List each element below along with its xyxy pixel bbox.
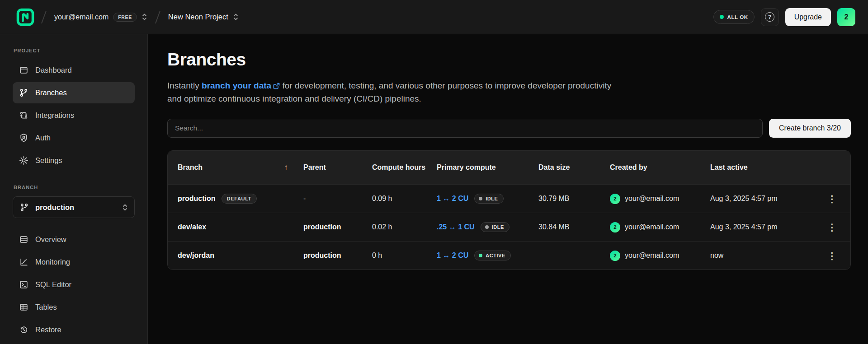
sidebar-item-label: Overview [35, 235, 66, 244]
data-size: 30.84 MB [538, 223, 610, 231]
sidebar-item-settings[interactable]: Settings [13, 150, 135, 171]
parent-branch: - [303, 195, 372, 203]
row-menu-button[interactable]: ⋮ [824, 249, 840, 262]
table-row[interactable]: dev/jordan production 0 h 1 ↔ 2 CU ACTIV… [168, 241, 850, 270]
row-menu-button[interactable]: ⋮ [824, 192, 840, 205]
compute-status-badge: IDLE [474, 194, 503, 204]
data-size: 30.79 MB [538, 195, 610, 203]
help-button[interactable]: ? [761, 8, 779, 26]
sidebar-item-dashboard[interactable]: Dashboard [13, 60, 135, 81]
gear-icon [19, 156, 28, 165]
integrations-icon [19, 111, 28, 120]
created-by-email: your@email.com [625, 251, 679, 260]
branch-your-data-link[interactable]: branch your data [202, 81, 280, 90]
git-branch-icon [19, 203, 29, 212]
column-header-primary-compute: Primary compute [437, 163, 538, 172]
sidebar-item-restore[interactable]: Restore [13, 319, 135, 340]
last-active: now [710, 251, 822, 260]
active-dot [479, 254, 482, 257]
status-ok-label: ALL OK [727, 14, 748, 20]
column-header-parent: Parent [303, 163, 372, 172]
sidebar-item-label: Branches [35, 88, 67, 97]
branch-name: dev/jordan [178, 251, 214, 260]
column-header-branch: Branch [178, 163, 203, 172]
compute-status-badge: ACTIVE [474, 251, 511, 260]
branch-name: production [178, 195, 216, 203]
idle-dot [479, 197, 482, 200]
dashboard-icon [19, 65, 28, 75]
table-row[interactable]: dev/alex production 0.02 h .25 ↔ 1 CU ID… [168, 213, 850, 241]
sidebar-item-label: Tables [35, 303, 57, 311]
tables-icon [19, 302, 28, 312]
project-section-title: PROJECT [0, 48, 147, 53]
neon-logo[interactable] [15, 7, 35, 27]
external-link-icon [273, 83, 280, 89]
sql-editor-icon [19, 280, 28, 289]
sidebar-item-branches[interactable]: Branches [13, 82, 135, 103]
table-header-row: Branch ↑ Parent Compute hours Primary co… [168, 151, 850, 184]
sidebar-item-label: Monitoring [35, 258, 70, 266]
sort-ascending-icon[interactable]: ↑ [284, 163, 288, 172]
sidebar-item-label: SQL Editor [35, 280, 71, 289]
created-by-email: your@email.com [625, 195, 679, 203]
question-mark-icon: ? [765, 12, 774, 22]
create-branch-button[interactable]: Create branch 3/20 [769, 119, 851, 138]
sidebar-item-monitoring[interactable]: Monitoring [13, 251, 135, 273]
git-branch-icon [19, 88, 28, 98]
primary-compute-link[interactable]: 1 ↔ 2 CU [437, 195, 468, 203]
auth-shield-icon [19, 133, 28, 143]
avatar: 2 [610, 251, 620, 261]
primary-compute-link[interactable]: .25 ↔ 1 CU [437, 223, 475, 231]
compute-hours: 0.09 h [372, 195, 437, 203]
notification-count-badge[interactable]: 2 [837, 8, 855, 26]
search-input[interactable] [167, 119, 763, 138]
sidebar: PROJECT Dashboard Branches [0, 34, 148, 344]
last-active: Aug 3, 2025 4:57 pm [710, 195, 822, 203]
sidebar-item-label: Integrations [35, 111, 74, 120]
chevron-updown-icon [233, 13, 239, 21]
chevron-updown-icon [142, 13, 147, 21]
system-status-pill[interactable]: ALL OK [713, 10, 755, 24]
sidebar-item-auth[interactable]: Auth [13, 127, 135, 149]
status-ok-dot [720, 15, 724, 19]
column-header-data-size: Data size [538, 163, 610, 172]
description-text: for development, testing, and various ot… [280, 81, 611, 90]
main-content: Branches Instantly branch your data for … [148, 34, 868, 344]
sidebar-item-label: Auth [35, 134, 51, 142]
top-header: your@email.com FREE New Neon Project ALL… [0, 0, 868, 34]
branch-name: dev/alex [178, 223, 206, 231]
primary-compute-link[interactable]: 1 ↔ 2 CU [437, 251, 468, 260]
description-text: Instantly [167, 81, 202, 90]
org-selector[interactable]: your@email.com FREE [52, 10, 149, 24]
page-title: Branches [167, 50, 851, 70]
project-selector[interactable]: New Neon Project [166, 10, 241, 24]
sidebar-item-integrations[interactable]: Integrations [13, 105, 135, 126]
restore-history-icon [19, 325, 28, 335]
idle-dot [485, 225, 489, 229]
last-active: Aug 3, 2025 4:57 pm [710, 223, 822, 231]
branches-table: Branch ↑ Parent Compute hours Primary co… [167, 150, 851, 270]
sidebar-item-label: Settings [35, 156, 62, 165]
plan-badge: FREE [113, 13, 137, 22]
avatar: 2 [610, 194, 620, 204]
sidebar-item-label: Dashboard [35, 66, 72, 74]
sidebar-item-tables[interactable]: Tables [13, 297, 135, 318]
sidebar-item-label: Restore [35, 325, 61, 334]
chevron-updown-icon [122, 204, 128, 211]
description-text: and optimize continuous integration and … [167, 94, 421, 103]
compute-hours: 0 h [372, 251, 437, 260]
table-row[interactable]: production DEFAULT - 0.09 h 1 ↔ 2 CU IDL… [168, 184, 850, 213]
overview-icon [19, 235, 28, 244]
created-by-email: your@email.com [625, 223, 679, 231]
sidebar-item-overview[interactable]: Overview [13, 229, 135, 250]
compute-status-badge: IDLE [481, 222, 509, 232]
sidebar-item-sql-editor[interactable]: SQL Editor [13, 274, 135, 295]
column-header-last-active: Last active [710, 163, 822, 172]
upgrade-button[interactable]: Upgrade [785, 8, 831, 26]
branch-selector[interactable]: production [13, 196, 135, 218]
breadcrumb-slash [155, 10, 160, 23]
row-menu-button[interactable]: ⋮ [824, 221, 840, 234]
column-header-created-by: Created by [610, 163, 710, 172]
org-email: your@email.com [54, 13, 108, 21]
parent-branch: production [303, 251, 372, 260]
